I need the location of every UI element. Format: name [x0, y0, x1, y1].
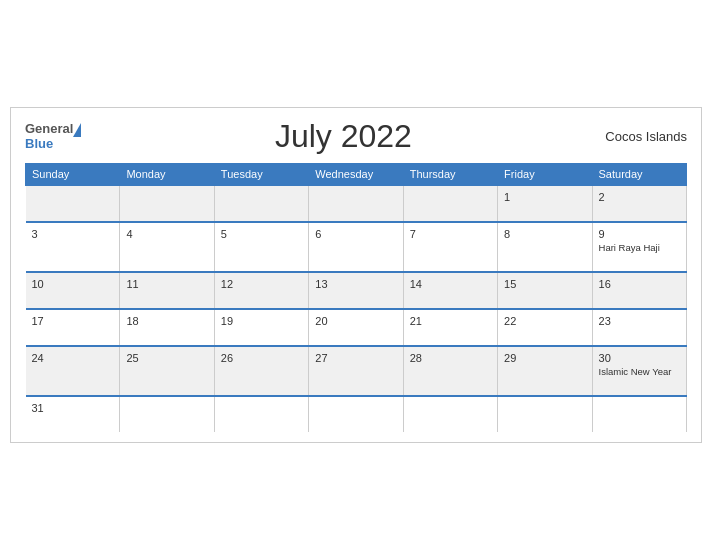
calendar-cell	[403, 396, 497, 432]
calendar-cell: 13	[309, 272, 403, 309]
calendar-cell: 8	[498, 222, 592, 272]
day-number: 28	[410, 352, 491, 364]
day-number: 17	[32, 315, 114, 327]
weekday-header-sunday: Sunday	[26, 164, 120, 186]
calendar-cell	[26, 185, 120, 222]
day-number: 8	[504, 228, 585, 240]
day-number: 18	[126, 315, 207, 327]
day-number: 26	[221, 352, 302, 364]
day-number: 15	[504, 278, 585, 290]
day-number: 2	[599, 191, 680, 203]
calendar-cell: 30Islamic New Year	[592, 346, 686, 396]
calendar-cell: 7	[403, 222, 497, 272]
day-number: 13	[315, 278, 396, 290]
calendar-cell: 24	[26, 346, 120, 396]
day-number: 29	[504, 352, 585, 364]
calendar-cell: 25	[120, 346, 214, 396]
calendar-cell: 12	[214, 272, 308, 309]
day-number: 9	[599, 228, 680, 240]
calendar-cell: 14	[403, 272, 497, 309]
calendar-cell: 18	[120, 309, 214, 346]
calendar-cell: 27	[309, 346, 403, 396]
calendar-week-row: 12	[26, 185, 687, 222]
day-number: 19	[221, 315, 302, 327]
calendar-week-row: 3456789Hari Raya Haji	[26, 222, 687, 272]
day-number: 5	[221, 228, 302, 240]
calendar-cell: 17	[26, 309, 120, 346]
logo-general-text: General	[25, 122, 73, 136]
calendar-cell	[309, 396, 403, 432]
day-number: 6	[315, 228, 396, 240]
day-number: 20	[315, 315, 396, 327]
calendar-week-row: 10111213141516	[26, 272, 687, 309]
calendar-cell	[214, 396, 308, 432]
weekday-header-saturday: Saturday	[592, 164, 686, 186]
calendar-cell: 31	[26, 396, 120, 432]
day-number: 11	[126, 278, 207, 290]
logo: General Blue	[25, 122, 81, 151]
calendar-cell: 9Hari Raya Haji	[592, 222, 686, 272]
calendar-cell	[403, 185, 497, 222]
weekday-header-thursday: Thursday	[403, 164, 497, 186]
calendar-title: July 2022	[275, 118, 412, 155]
logo-triangle-icon	[73, 123, 81, 137]
calendar-cell	[592, 396, 686, 432]
calendar-region: Cocos Islands	[605, 129, 687, 144]
calendar-cell: 29	[498, 346, 592, 396]
calendar-cell	[120, 185, 214, 222]
day-number: 12	[221, 278, 302, 290]
calendar-cell: 5	[214, 222, 308, 272]
calendar-event: Hari Raya Haji	[599, 242, 680, 253]
calendar-header: General Blue July 2022 Cocos Islands	[25, 118, 687, 155]
calendar-cell: 20	[309, 309, 403, 346]
day-number: 30	[599, 352, 680, 364]
calendar-cell: 2	[592, 185, 686, 222]
calendar-cell: 11	[120, 272, 214, 309]
calendar-grid: SundayMondayTuesdayWednesdayThursdayFrid…	[25, 163, 687, 432]
calendar-cell: 26	[214, 346, 308, 396]
calendar-cell	[498, 396, 592, 432]
calendar-cell: 1	[498, 185, 592, 222]
weekday-header-friday: Friday	[498, 164, 592, 186]
calendar-cell	[309, 185, 403, 222]
calendar-cell: 10	[26, 272, 120, 309]
day-number: 21	[410, 315, 491, 327]
calendar-cell: 16	[592, 272, 686, 309]
logo-blue-text: Blue	[25, 137, 81, 151]
calendar-container: General Blue July 2022 Cocos Islands Sun…	[10, 107, 702, 443]
calendar-cell	[214, 185, 308, 222]
calendar-cell: 4	[120, 222, 214, 272]
calendar-week-row: 17181920212223	[26, 309, 687, 346]
weekday-header-wednesday: Wednesday	[309, 164, 403, 186]
day-number: 27	[315, 352, 396, 364]
calendar-week-row: 24252627282930Islamic New Year	[26, 346, 687, 396]
day-number: 1	[504, 191, 585, 203]
day-number: 10	[32, 278, 114, 290]
day-number: 14	[410, 278, 491, 290]
day-number: 3	[32, 228, 114, 240]
weekday-header-tuesday: Tuesday	[214, 164, 308, 186]
day-number: 31	[32, 402, 114, 414]
day-number: 16	[599, 278, 680, 290]
calendar-cell: 28	[403, 346, 497, 396]
calendar-cell: 23	[592, 309, 686, 346]
weekday-header-monday: Monday	[120, 164, 214, 186]
calendar-cell: 6	[309, 222, 403, 272]
calendar-cell: 21	[403, 309, 497, 346]
day-number: 23	[599, 315, 680, 327]
calendar-cell: 19	[214, 309, 308, 346]
day-number: 25	[126, 352, 207, 364]
calendar-cell: 15	[498, 272, 592, 309]
day-number: 4	[126, 228, 207, 240]
calendar-cell: 3	[26, 222, 120, 272]
day-number: 22	[504, 315, 585, 327]
weekday-header-row: SundayMondayTuesdayWednesdayThursdayFrid…	[26, 164, 687, 186]
day-number: 24	[32, 352, 114, 364]
calendar-cell: 22	[498, 309, 592, 346]
calendar-event: Islamic New Year	[599, 366, 680, 377]
day-number: 7	[410, 228, 491, 240]
calendar-week-row: 31	[26, 396, 687, 432]
calendar-cell	[120, 396, 214, 432]
